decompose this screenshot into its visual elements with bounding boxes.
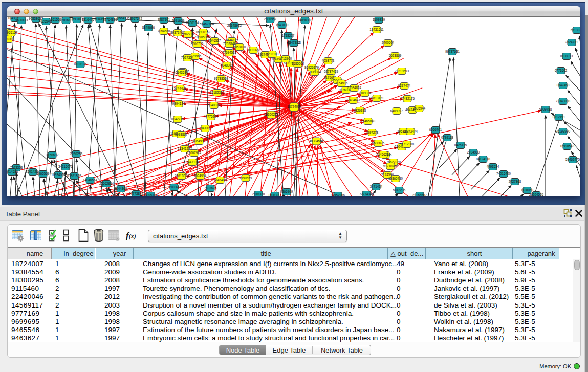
- svg-text:9993867: 9993867: [175, 133, 188, 136]
- svg-text:1965569: 1965569: [37, 172, 50, 176]
- svg-text:0366909: 0366909: [280, 190, 293, 193]
- svg-text:35182337: 35182337: [210, 91, 225, 94]
- svg-text:3447134: 3447134: [186, 160, 199, 164]
- svg-text:4493534: 4493534: [487, 165, 499, 168]
- svg-text:26204505: 26204505: [529, 193, 544, 196]
- svg-text:1128059: 1128059: [521, 188, 534, 192]
- svg-text:77034824: 77034824: [347, 86, 362, 90]
- svg-text:23662994: 23662994: [99, 182, 114, 185]
- svg-text:51462704: 51462704: [200, 22, 214, 26]
- svg-text:53462475: 53462475: [565, 158, 580, 161]
- svg-text:21465840: 21465840: [361, 119, 376, 123]
- svg-text:2624731: 2624731: [565, 40, 578, 44]
- svg-text:6513338: 6513338: [571, 28, 580, 32]
- svg-text:0831727: 0831727: [269, 193, 281, 196]
- svg-text:1718227: 1718227: [282, 34, 295, 37]
- svg-text:0842710: 0842710: [171, 117, 184, 121]
- svg-text:16998543: 16998543: [560, 144, 575, 148]
- svg-text:77694531: 77694531: [222, 51, 237, 54]
- svg-text:3695944: 3695944: [413, 106, 426, 110]
- svg-text:4997278: 4997278: [366, 130, 379, 134]
- svg-text:07482175: 07482175: [400, 97, 415, 100]
- svg-text:6566701: 6566701: [429, 128, 442, 132]
- svg-text:5414586: 5414586: [7, 170, 18, 173]
- svg-text:2260256: 2260256: [70, 152, 83, 156]
- svg-text:16934060: 16934060: [51, 173, 66, 177]
- svg-text:19384554: 19384554: [309, 139, 324, 143]
- svg-text:06990162: 06990162: [196, 30, 211, 34]
- svg-text:9237474: 9237474: [398, 84, 411, 87]
- svg-text:6562729: 6562729: [182, 32, 194, 36]
- svg-text:5009788: 5009788: [539, 107, 552, 111]
- svg-text:7693676: 7693676: [204, 186, 217, 190]
- svg-text:7154516: 7154516: [335, 81, 348, 85]
- svg-text:5240824: 5240824: [208, 103, 221, 107]
- svg-text:47775204: 47775204: [204, 115, 219, 118]
- svg-text:2691669: 2691669: [172, 19, 185, 23]
- svg-text:3200379: 3200379: [168, 185, 181, 189]
- svg-text:3158692: 3158692: [46, 153, 59, 157]
- svg-text:36193990: 36193990: [556, 129, 571, 133]
- svg-text:14846564: 14846564: [83, 178, 98, 182]
- svg-text:8506716: 8506716: [191, 42, 204, 46]
- svg-text:6409097: 6409097: [390, 109, 403, 113]
- svg-text:0143634: 0143634: [176, 71, 188, 74]
- svg-text:7826398: 7826398: [354, 108, 366, 112]
- svg-text:0799118: 0799118: [441, 136, 454, 139]
- svg-text:8347382: 8347382: [288, 41, 300, 45]
- svg-text:27484677: 27484677: [346, 98, 361, 102]
- svg-text:1585064: 1585064: [292, 62, 304, 65]
- svg-text:58842474: 58842474: [403, 129, 418, 133]
- svg-text:2941318: 2941318: [199, 126, 212, 130]
- svg-text:91905865: 91905865: [195, 35, 210, 39]
- svg-text:51718702: 51718702: [383, 164, 398, 168]
- svg-text:1316475: 1316475: [82, 18, 95, 21]
- svg-text:23166587: 23166587: [412, 193, 427, 196]
- svg-text:14895134: 14895134: [143, 193, 158, 196]
- svg-text:3293183: 3293183: [266, 52, 279, 56]
- svg-text:5812236: 5812236: [393, 188, 406, 192]
- svg-text:7527354: 7527354: [181, 56, 194, 59]
- svg-text:6773602: 6773602: [555, 69, 568, 72]
- svg-text:2046537: 2046537: [208, 39, 221, 42]
- svg-text:4965137: 4965137: [7, 31, 18, 34]
- svg-text:3056413: 3056413: [116, 17, 128, 20]
- svg-text:4964990: 4964990: [193, 139, 206, 143]
- svg-text:7109324: 7109324: [359, 91, 372, 95]
- svg-text:0647468: 0647468: [557, 83, 570, 87]
- svg-text:18724007: 18724007: [287, 105, 302, 108]
- svg-text:2400504: 2400504: [382, 41, 395, 45]
- svg-text:8425135: 8425135: [454, 143, 467, 147]
- svg-text:34216073: 34216073: [58, 165, 73, 168]
- svg-text:21456232: 21456232: [376, 152, 391, 156]
- svg-text:15865780: 15865780: [388, 177, 403, 180]
- svg-text:4948083: 4948083: [221, 63, 233, 67]
- svg-text:99737631: 99737631: [445, 50, 460, 53]
- svg-text:7054668: 7054668: [158, 29, 170, 33]
- svg-text:15300273: 15300273: [264, 113, 279, 116]
- svg-text:22219693: 22219693: [395, 69, 409, 73]
- svg-text:8053100: 8053100: [233, 45, 246, 49]
- svg-text:7190659: 7190659: [239, 176, 252, 180]
- svg-text:9894134: 9894134: [172, 102, 185, 105]
- svg-text:1746488: 1746488: [214, 178, 227, 182]
- svg-text:0103105: 0103105: [74, 62, 87, 66]
- svg-text:1713900: 1713900: [279, 57, 292, 60]
- svg-text:88957986: 88957986: [331, 193, 345, 196]
- svg-text:57773872: 57773872: [129, 192, 144, 195]
- svg-text:2784980: 2784980: [467, 150, 480, 154]
- svg-text:9600133: 9600133: [15, 18, 28, 22]
- svg-text:13431611: 13431611: [369, 28, 384, 31]
- svg-text:8108013: 8108013: [560, 54, 573, 58]
- svg-text:5588675: 5588675: [372, 141, 385, 145]
- svg-text:2427868: 2427868: [509, 180, 521, 183]
- svg-text:28148932: 28148932: [227, 24, 242, 27]
- svg-text:8044369: 8044369: [115, 187, 127, 190]
- svg-text:51712368: 51712368: [400, 142, 415, 146]
- svg-text:86926179: 86926179: [304, 65, 319, 69]
- svg-text:8849696: 8849696: [142, 26, 155, 29]
- svg-text:74016400: 74016400: [496, 172, 511, 176]
- svg-text:9859317: 9859317: [7, 37, 15, 41]
- svg-text:12067974: 12067974: [187, 151, 202, 155]
- svg-text:72774348: 72774348: [359, 192, 374, 196]
